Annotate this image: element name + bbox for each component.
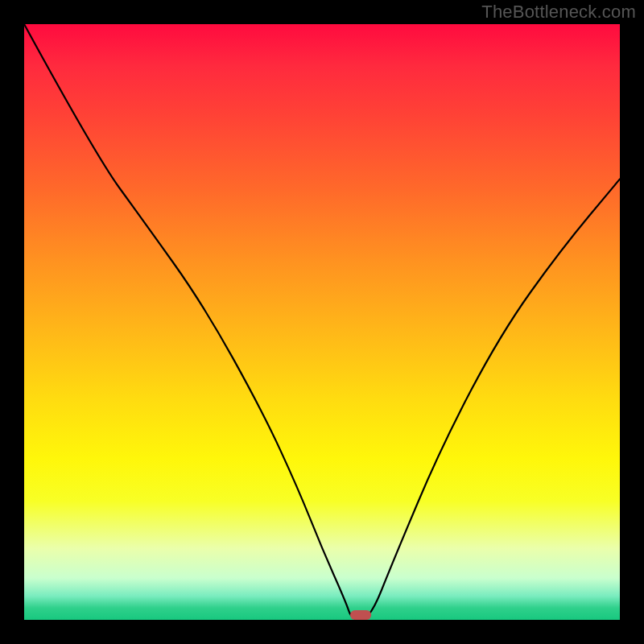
plot-area <box>24 24 620 620</box>
watermark-label: TheBottleneck.com <box>481 2 636 23</box>
bottleneck-curve <box>24 24 620 620</box>
optimal-marker <box>350 610 371 620</box>
curve-svg <box>24 24 620 620</box>
chart-frame: TheBottleneck.com <box>0 0 644 644</box>
